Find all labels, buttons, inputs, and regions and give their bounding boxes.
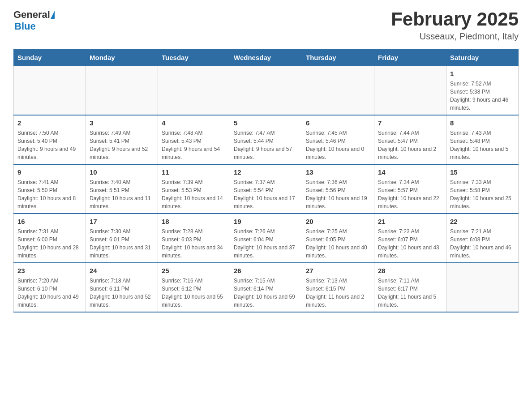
day-info: Sunrise: 7:40 AMSunset: 5:51 PMDaylight:… xyxy=(90,178,154,210)
day-number: 24 xyxy=(90,266,154,275)
calendar-cell xyxy=(14,66,86,116)
day-info: Sunrise: 7:52 AMSunset: 5:38 PMDaylight:… xyxy=(450,80,515,112)
day-number: 5 xyxy=(234,118,298,128)
day-number: 21 xyxy=(378,217,442,226)
day-info: Sunrise: 7:33 AMSunset: 5:58 PMDaylight:… xyxy=(450,178,515,210)
calendar-week-2: 2Sunrise: 7:50 AMSunset: 5:40 PMDaylight… xyxy=(14,115,519,164)
calendar-cell xyxy=(302,66,374,116)
day-info: Sunrise: 7:48 AMSunset: 5:43 PMDaylight:… xyxy=(162,129,226,161)
calendar-week-1: 1Sunrise: 7:52 AMSunset: 5:38 PMDaylight… xyxy=(14,66,519,116)
day-info: Sunrise: 7:21 AMSunset: 6:08 PMDaylight:… xyxy=(450,227,515,260)
day-info: Sunrise: 7:25 AMSunset: 6:05 PMDaylight:… xyxy=(306,227,370,260)
calendar-cell: 5Sunrise: 7:47 AMSunset: 5:44 PMDaylight… xyxy=(230,115,302,164)
day-info: Sunrise: 7:41 AMSunset: 5:50 PMDaylight:… xyxy=(17,178,82,210)
day-info: Sunrise: 7:28 AMSunset: 6:03 PMDaylight:… xyxy=(162,227,226,260)
day-info: Sunrise: 7:13 AMSunset: 6:15 PMDaylight:… xyxy=(306,277,370,309)
day-info: Sunrise: 7:18 AMSunset: 6:11 PMDaylight:… xyxy=(90,277,154,309)
calendar-cell: 28Sunrise: 7:11 AMSunset: 6:17 PMDayligh… xyxy=(374,263,446,312)
day-number: 18 xyxy=(162,217,226,226)
calendar-cell: 20Sunrise: 7:25 AMSunset: 6:05 PMDayligh… xyxy=(302,214,374,263)
day-number: 15 xyxy=(450,167,515,177)
weekday-header-friday: Friday xyxy=(374,49,446,66)
day-info: Sunrise: 7:36 AMSunset: 5:56 PMDaylight:… xyxy=(306,178,370,210)
day-number: 22 xyxy=(450,217,515,226)
calendar-cell xyxy=(158,66,230,116)
weekday-header-wednesday: Wednesday xyxy=(230,49,302,66)
calendar-cell: 23Sunrise: 7:20 AMSunset: 6:10 PMDayligh… xyxy=(14,263,86,312)
day-number: 23 xyxy=(17,266,82,275)
logo-text-general: General xyxy=(13,9,50,21)
day-info: Sunrise: 7:15 AMSunset: 6:14 PMDaylight:… xyxy=(234,277,298,309)
calendar-cell: 27Sunrise: 7:13 AMSunset: 6:15 PMDayligh… xyxy=(302,263,374,312)
weekday-header-thursday: Thursday xyxy=(302,49,374,66)
calendar-cell: 22Sunrise: 7:21 AMSunset: 6:08 PMDayligh… xyxy=(446,214,519,263)
calendar-cell: 15Sunrise: 7:33 AMSunset: 5:58 PMDayligh… xyxy=(446,164,519,214)
calendar-cell: 25Sunrise: 7:16 AMSunset: 6:12 PMDayligh… xyxy=(158,263,230,312)
title-block: February 2025 Usseaux, Piedmont, Italy xyxy=(391,9,519,42)
calendar-cell: 4Sunrise: 7:48 AMSunset: 5:43 PMDaylight… xyxy=(158,115,230,164)
location-title: Usseaux, Piedmont, Italy xyxy=(391,31,519,42)
day-info: Sunrise: 7:39 AMSunset: 5:53 PMDaylight:… xyxy=(162,178,226,210)
day-number: 28 xyxy=(378,266,442,275)
calendar-week-5: 23Sunrise: 7:20 AMSunset: 6:10 PMDayligh… xyxy=(14,263,519,312)
day-number: 2 xyxy=(17,118,82,128)
page-header: General Blue February 2025 Usseaux, Pied… xyxy=(13,9,519,42)
day-info: Sunrise: 7:34 AMSunset: 5:57 PMDaylight:… xyxy=(378,178,442,210)
day-number: 6 xyxy=(306,118,370,128)
day-info: Sunrise: 7:47 AMSunset: 5:44 PMDaylight:… xyxy=(234,129,298,161)
weekday-header-monday: Monday xyxy=(86,49,158,66)
day-number: 10 xyxy=(90,167,154,177)
day-info: Sunrise: 7:23 AMSunset: 6:07 PMDaylight:… xyxy=(378,227,442,260)
calendar-cell: 19Sunrise: 7:26 AMSunset: 6:04 PMDayligh… xyxy=(230,214,302,263)
calendar-cell: 26Sunrise: 7:15 AMSunset: 6:14 PMDayligh… xyxy=(230,263,302,312)
day-number: 7 xyxy=(378,118,442,128)
calendar-cell: 1Sunrise: 7:52 AMSunset: 5:38 PMDaylight… xyxy=(446,66,519,116)
weekday-header-sunday: Sunday xyxy=(14,49,86,66)
month-title: February 2025 xyxy=(391,9,519,30)
calendar-week-3: 9Sunrise: 7:41 AMSunset: 5:50 PMDaylight… xyxy=(14,164,519,214)
day-number: 19 xyxy=(234,217,298,226)
calendar-cell xyxy=(230,66,302,116)
calendar-table: SundayMondayTuesdayWednesdayThursdayFrid… xyxy=(13,49,519,313)
calendar-cell: 3Sunrise: 7:49 AMSunset: 5:41 PMDaylight… xyxy=(86,115,158,164)
day-info: Sunrise: 7:30 AMSunset: 6:01 PMDaylight:… xyxy=(90,227,154,260)
day-info: Sunrise: 7:37 AMSunset: 5:54 PMDaylight:… xyxy=(234,178,298,210)
calendar-cell: 11Sunrise: 7:39 AMSunset: 5:53 PMDayligh… xyxy=(158,164,230,214)
calendar-cell: 24Sunrise: 7:18 AMSunset: 6:11 PMDayligh… xyxy=(86,263,158,312)
calendar-cell: 7Sunrise: 7:44 AMSunset: 5:47 PMDaylight… xyxy=(374,115,446,164)
day-number: 27 xyxy=(306,266,370,275)
day-number: 16 xyxy=(17,217,82,226)
calendar-cell: 18Sunrise: 7:28 AMSunset: 6:03 PMDayligh… xyxy=(158,214,230,263)
calendar-cell: 2Sunrise: 7:50 AMSunset: 5:40 PMDaylight… xyxy=(14,115,86,164)
day-info: Sunrise: 7:16 AMSunset: 6:12 PMDaylight:… xyxy=(162,277,226,309)
calendar-cell: 17Sunrise: 7:30 AMSunset: 6:01 PMDayligh… xyxy=(86,214,158,263)
calendar-cell: 21Sunrise: 7:23 AMSunset: 6:07 PMDayligh… xyxy=(374,214,446,263)
calendar-cell: 12Sunrise: 7:37 AMSunset: 5:54 PMDayligh… xyxy=(230,164,302,214)
day-info: Sunrise: 7:44 AMSunset: 5:47 PMDaylight:… xyxy=(378,129,442,161)
day-info: Sunrise: 7:43 AMSunset: 5:48 PMDaylight:… xyxy=(450,129,515,161)
day-info: Sunrise: 7:11 AMSunset: 6:17 PMDaylight:… xyxy=(378,277,442,309)
day-number: 14 xyxy=(378,167,442,177)
day-number: 17 xyxy=(90,217,154,226)
day-number: 9 xyxy=(17,167,82,177)
day-number: 25 xyxy=(162,266,226,275)
calendar-cell: 9Sunrise: 7:41 AMSunset: 5:50 PMDaylight… xyxy=(14,164,86,214)
day-number: 11 xyxy=(162,167,226,177)
day-info: Sunrise: 7:26 AMSunset: 6:04 PMDaylight:… xyxy=(234,227,298,260)
calendar-cell xyxy=(374,66,446,116)
day-info: Sunrise: 7:20 AMSunset: 6:10 PMDaylight:… xyxy=(17,277,82,309)
day-number: 8 xyxy=(450,118,515,128)
calendar-cell: 6Sunrise: 7:45 AMSunset: 5:46 PMDaylight… xyxy=(302,115,374,164)
day-info: Sunrise: 7:31 AMSunset: 6:00 PMDaylight:… xyxy=(17,227,82,260)
calendar-cell: 14Sunrise: 7:34 AMSunset: 5:57 PMDayligh… xyxy=(374,164,446,214)
day-number: 13 xyxy=(306,167,370,177)
day-number: 3 xyxy=(90,118,154,128)
calendar-cell: 16Sunrise: 7:31 AMSunset: 6:00 PMDayligh… xyxy=(14,214,86,263)
weekday-header-tuesday: Tuesday xyxy=(158,49,230,66)
calendar-cell: 13Sunrise: 7:36 AMSunset: 5:56 PMDayligh… xyxy=(302,164,374,214)
weekday-header-saturday: Saturday xyxy=(446,49,519,66)
calendar-cell: 10Sunrise: 7:40 AMSunset: 5:51 PMDayligh… xyxy=(86,164,158,214)
calendar-cell xyxy=(446,263,519,312)
day-number: 1 xyxy=(450,69,515,78)
calendar-cell xyxy=(86,66,158,116)
